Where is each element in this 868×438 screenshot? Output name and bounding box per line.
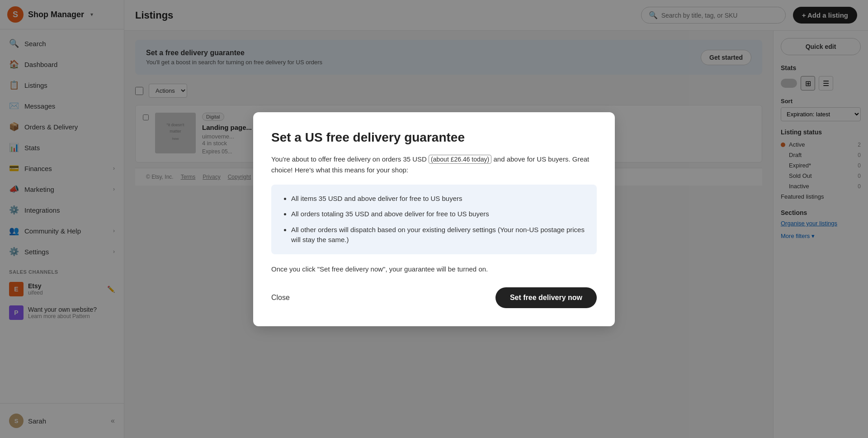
modal-bullet-list: All items 35 USD and above deliver for f… bbox=[282, 194, 586, 245]
modal-overlay[interactable]: Set a US free delivery guarantee You're … bbox=[0, 0, 868, 438]
bullet-1: All items 35 USD and above deliver for f… bbox=[291, 194, 586, 204]
modal-actions: Close Set free delivery now bbox=[271, 287, 597, 308]
modal-close-button[interactable]: Close bbox=[271, 289, 290, 306]
set-free-delivery-button[interactable]: Set free delivery now bbox=[495, 287, 597, 308]
free-delivery-modal: Set a US free delivery guarantee You're … bbox=[253, 112, 615, 326]
price-highlight: (about £26.46 today) bbox=[429, 155, 491, 164]
modal-confirm-text: Once you click "Set free delivery now", … bbox=[271, 265, 597, 273]
modal-title: Set a US free delivery guarantee bbox=[271, 130, 597, 145]
modal-info-box: All items 35 USD and above deliver for f… bbox=[271, 185, 597, 254]
bullet-3: All other orders will dispatch based on … bbox=[291, 225, 586, 245]
bullet-2: All orders totaling 35 USD and above del… bbox=[291, 209, 586, 219]
modal-description: You're about to offer free delivery on o… bbox=[271, 154, 597, 176]
